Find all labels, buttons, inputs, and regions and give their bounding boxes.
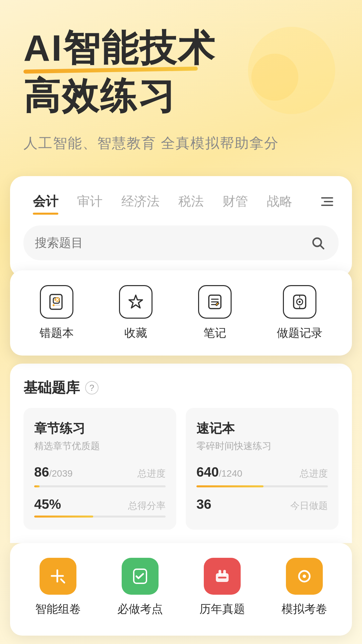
star-icon [119,285,153,319]
tab-jingjiifa[interactable]: 经济法 [112,190,169,213]
memo-sub: 零碎时间快速练习 [196,440,328,452]
mock-label: 模拟考卷 [282,601,327,617]
action-past[interactable]: 历年真题 [199,558,245,617]
section-header: 基础题库 ? [23,378,339,397]
chapter-pct-label: 总得分率 [128,499,166,512]
record-label: 做题记录 [277,325,322,341]
tab-caiguan[interactable]: 财管 [213,190,257,213]
wrong-book-label: 错题本 [40,325,74,341]
chapter-pct-fill [34,516,93,518]
section-title: 基础题库 [23,378,80,397]
hero-subtitle: 人工智能、智慧教育 全真模拟帮助拿分 [23,134,339,153]
svg-rect-27 [219,570,221,576]
notes-icon [198,285,232,319]
qbank-card-chapter[interactable]: 章节练习 精选章节优质题 86/2039 总进度 45% 总得分率 [23,408,176,530]
action-notes[interactable]: 笔记 [198,285,232,341]
memo-progress-fill [196,485,263,487]
qbank-card-memo[interactable]: 速记本 零碎时间快速练习 640/1240 总进度 36 今日做题 [186,408,339,530]
qbank-cards: 章节练习 精选章节优质题 86/2039 总进度 45% 总得分率 速记本 零碎 [23,408,339,530]
chapter-title: 章节练习 [34,420,166,437]
svg-point-5 [53,304,55,306]
must-do-icon [122,558,159,595]
quick-actions-card: 错题本 收藏 笔记 [10,270,352,356]
notes-label: 笔记 [203,325,226,341]
tab-zhanlue[interactable]: 战略 [257,190,302,213]
compose-label: 智能组卷 [35,601,81,617]
chapter-sub: 精选章节优质题 [34,440,166,452]
past-label: 历年真题 [199,601,245,617]
past-icon [204,558,241,595]
hero-title: AI智能技术 高效练习 [23,27,339,117]
svg-marker-10 [129,295,142,308]
bottom-actions: 智能组卷 必做考点 历年真题 [10,543,352,636]
tab-shuifa[interactable]: 税法 [169,190,213,213]
svg-point-18 [299,301,301,303]
svg-rect-15 [215,302,219,306]
help-icon[interactable]: ? [85,381,99,394]
chapter-pct-value: 45% [34,497,61,512]
memo-today-value: 36 [196,497,212,512]
tab-kuaiji[interactable]: 会计 [23,190,68,213]
search-input[interactable] [35,236,303,250]
chapter-pct-bar [34,516,166,518]
memo-progress-value: 640/1240 [196,465,242,480]
wrong-icon [40,285,73,319]
record-icon [283,285,316,319]
compose-icon [40,558,76,595]
memo-today-label: 今日做题 [290,499,328,512]
action-collect[interactable]: 收藏 [119,285,153,341]
svg-point-30 [303,575,306,578]
svg-line-23 [61,579,64,583]
chapter-progress-fill [34,485,40,487]
action-record[interactable]: 做题记录 [277,285,322,341]
action-wrong-book[interactable]: 错题本 [40,285,74,341]
main-card: 会计 审计 经济法 税法 财管 战略 [10,176,352,277]
subject-tabs: 会计 审计 经济法 税法 财管 战略 [23,190,339,213]
memo-title: 速记本 [196,420,328,437]
chapter-progress-label: 总进度 [137,467,166,480]
svg-rect-2 [50,294,62,309]
collect-label: 收藏 [124,325,147,341]
action-must-do[interactable]: 必做考点 [117,558,163,617]
tab-menu-button[interactable] [316,194,339,209]
search-icon[interactable] [308,233,327,252]
svg-line-1 [320,246,324,249]
memo-progress-label: 总进度 [300,467,328,480]
chapter-progress-bar [34,485,166,487]
chapter-progress-row: 86/2039 总进度 [34,465,166,480]
svg-rect-28 [223,570,226,576]
hero-title-line1: AI智能技术 [23,27,339,69]
qbank-section: 基础题库 ? 章节练习 精选章节优质题 86/2039 总进度 45% 总得分率 [10,364,352,543]
tab-shenji[interactable]: 审计 [68,190,112,213]
chapter-pct-row: 45% 总得分率 [34,497,166,512]
chapter-progress-value: 86/2039 [34,465,73,480]
memo-progress-row: 640/1240 总进度 [196,465,328,480]
hero-title-line2: 高效练习 [23,75,339,117]
mock-icon [286,558,323,595]
hero-section: AI智能技术 高效练习 人工智能、智慧教育 全真模拟帮助拿分 [0,0,362,166]
action-mock[interactable]: 模拟考卷 [282,558,327,617]
search-bar[interactable] [23,225,339,260]
must-do-label: 必做考点 [117,601,163,617]
memo-today-row: 36 今日做题 [196,497,328,512]
memo-progress-bar [196,485,328,487]
action-compose[interactable]: 智能组卷 [35,558,81,617]
